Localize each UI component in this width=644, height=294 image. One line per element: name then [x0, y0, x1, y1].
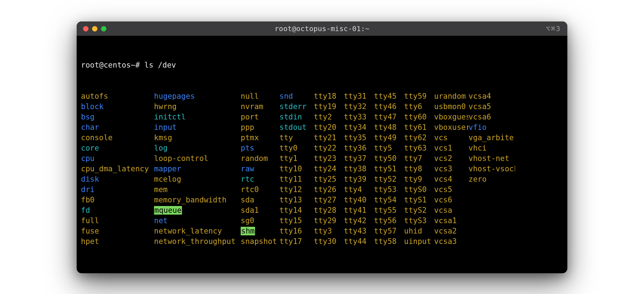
- ls-entry: vcsa3: [434, 236, 468, 247]
- ls-entry: ppp: [241, 122, 279, 133]
- ls-entry: kmsg: [154, 133, 241, 143]
- ls-entry: char: [81, 122, 154, 133]
- ls-entry: tty52: [374, 174, 404, 185]
- ls-entry: hugepages: [154, 91, 241, 102]
- ls-entry: tty41: [344, 205, 374, 216]
- ls-entry: tty9: [404, 174, 434, 185]
- ls-entry: rtc: [241, 174, 279, 185]
- ls-entry: tty36: [344, 143, 374, 153]
- ls-entry: vcsa6: [468, 112, 515, 122]
- ls-entry: tty0: [279, 143, 314, 153]
- ls-entry: sda: [241, 195, 279, 205]
- ls-entry: tty34: [344, 122, 374, 133]
- ls-entry: vcsa2: [434, 226, 468, 236]
- ls-entry: tty4: [344, 185, 374, 195]
- ls-entry: ttyS3: [404, 216, 434, 226]
- ls-entry: network_throughput: [154, 236, 241, 247]
- ls-entry: vga_arbiter: [468, 133, 515, 143]
- ls-entry: hwrng: [154, 102, 241, 112]
- ls-entry: disk: [81, 174, 154, 185]
- ls-entry: tty3: [314, 226, 344, 236]
- ls-entry: tty20: [314, 122, 344, 133]
- ls-entry: core: [81, 143, 154, 153]
- terminal-body[interactable]: root@centos~# ls /dev autofshugepagesnul…: [77, 36, 567, 273]
- window-titlebar[interactable]: root@octopus-misc-01:~ ⌥⌘3: [77, 21, 567, 36]
- ls-entry: [468, 195, 515, 205]
- ls-entry: loop-control: [154, 153, 241, 164]
- ls-entry: memory_bandwidth: [154, 195, 241, 205]
- ls-entry: block: [81, 102, 154, 112]
- ls-entry: tty53: [374, 185, 404, 195]
- ls-entry: tty22: [314, 143, 344, 153]
- minimize-icon[interactable]: [92, 26, 97, 31]
- ls-entry: cpu: [81, 153, 154, 164]
- ls-entry: network_latency: [154, 226, 241, 236]
- ls-entry: raw: [241, 164, 279, 174]
- ls-entry: [468, 205, 515, 216]
- ls-entry: tty7: [404, 153, 434, 164]
- ls-entry: tty62: [404, 133, 434, 143]
- ls-row: fb0memory_bandwidthsdatty13tty27tty40tty…: [81, 195, 563, 205]
- ls-row: hpetnetwork_throughputsnapshottty17tty30…: [81, 236, 563, 247]
- window-shortcut-badge: ⌥⌘3: [546, 24, 561, 33]
- ls-entry: bsg: [81, 112, 154, 122]
- ls-entry: tty59: [404, 91, 434, 102]
- ls-entry: tty45: [374, 91, 404, 102]
- ls-entry: tty8: [404, 164, 434, 174]
- ls-entry: tty63: [404, 143, 434, 153]
- ls-entry: tty11: [279, 174, 314, 185]
- ls-entry: ptmx: [241, 133, 279, 143]
- ls-row: diskmcelogrtctty11tty25tty39tty52tty9vcs…: [81, 174, 563, 185]
- ls-entry: tty33: [344, 112, 374, 122]
- ls-entry: tty6: [404, 102, 434, 112]
- ls-entry: tty37: [344, 153, 374, 164]
- ls-entry: usbmon0: [434, 102, 468, 112]
- zoom-icon[interactable]: [101, 26, 106, 31]
- ls-entry: mapper: [154, 164, 241, 174]
- ls-row: blockhwrngnvramstderrtty19tty32tty46tty6…: [81, 102, 563, 112]
- ls-entry: tty5: [374, 143, 404, 153]
- ls-row: fullnetsg0tty15tty29tty42tty56ttyS3vcsa1: [81, 216, 563, 226]
- ls-entry: tty23: [314, 153, 344, 164]
- ls-row: fdmqueuesda1tty14tty28tty41tty55ttyS2vcs…: [81, 205, 563, 216]
- ls-row: consolekmsgptmxttytty21tty35tty49tty62vc…: [81, 133, 563, 143]
- ls-entry: tty27: [314, 195, 344, 205]
- ls-entry: [468, 226, 515, 236]
- ls-entry: shm: [241, 226, 279, 236]
- ls-entry: tty50: [374, 153, 404, 164]
- ls-row: charinputpppstdouttty20tty34tty48tty61vb…: [81, 122, 563, 133]
- ls-entry: vcs6: [434, 195, 468, 205]
- ls-entry: nvram: [241, 102, 279, 112]
- ls-entry: tty44: [344, 236, 374, 247]
- ls-entry: uinput: [404, 236, 434, 247]
- ls-entry: tty28: [314, 205, 344, 216]
- ls-entry: fd: [81, 205, 154, 216]
- ls-entry: tty49: [374, 133, 404, 143]
- ls-entry: tty58: [374, 236, 404, 247]
- ls-entry: tty40: [344, 195, 374, 205]
- ls-entry: vcsa5: [468, 102, 515, 112]
- ls-entry: [468, 185, 515, 195]
- terminal-window: root@octopus-misc-01:~ ⌥⌘3 root@centos~#…: [77, 21, 567, 273]
- ls-entry: tty1: [279, 153, 314, 164]
- close-icon[interactable]: [83, 26, 88, 31]
- ls-entry: tty43: [344, 226, 374, 236]
- ls-entry: stdout: [279, 122, 314, 133]
- ls-entry: sg0: [241, 216, 279, 226]
- ls-entry: tty17: [279, 236, 314, 247]
- ls-entry: tty47: [374, 112, 404, 122]
- ls-entry: vboxguest: [434, 112, 468, 122]
- ls-entry: null: [241, 91, 279, 102]
- ls-row: drimemrtc0tty12tty26tty4tty53ttyS0vcs5: [81, 185, 563, 195]
- ls-entry: ttyS1: [404, 195, 434, 205]
- ls-entry: tty57: [374, 226, 404, 236]
- ls-entry: tty61: [404, 122, 434, 133]
- ls-entry: [468, 236, 515, 247]
- ls-entry: tty54: [374, 195, 404, 205]
- ls-entry: vcsa: [434, 205, 468, 216]
- ls-entry: mem: [154, 185, 241, 195]
- ls-entry: ttyS0: [404, 185, 434, 195]
- ls-entry: tty18: [314, 91, 344, 102]
- ls-entry: fuse: [81, 226, 154, 236]
- ls-entry: dri: [81, 185, 154, 195]
